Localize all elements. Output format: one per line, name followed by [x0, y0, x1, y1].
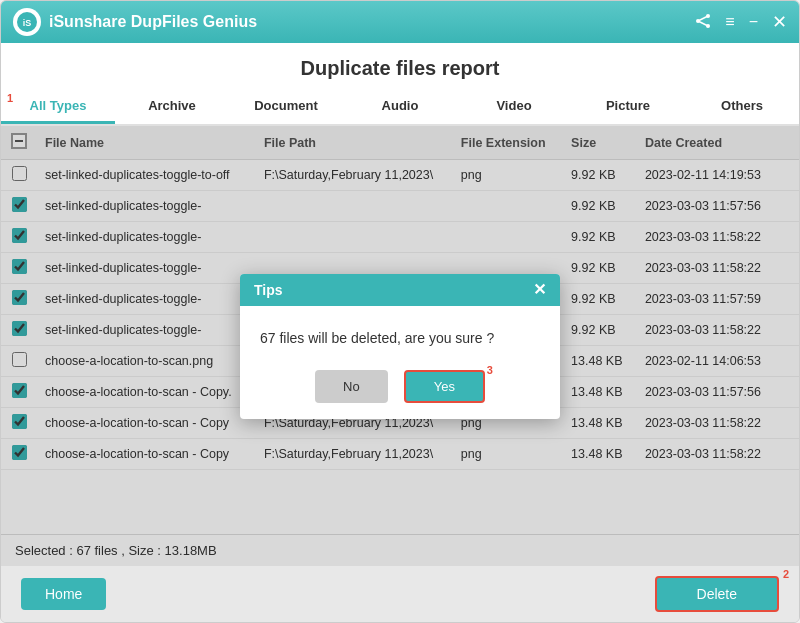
title-bar-controls: ≡ − ✕: [695, 13, 787, 32]
tab-others[interactable]: Others: [685, 90, 799, 124]
svg-line-6: [698, 21, 708, 26]
share-icon[interactable]: [695, 13, 711, 32]
app-title: iSunshare DupFiles Genius: [49, 13, 257, 31]
tab-document[interactable]: Document: [229, 90, 343, 124]
minimize-icon[interactable]: −: [749, 14, 758, 30]
dialog-overlay: Tips ✕ 67 files will be deleted, are you…: [1, 126, 799, 566]
dialog-header: Tips ✕: [240, 274, 560, 306]
delete-button[interactable]: Delete: [655, 576, 779, 612]
dialog-footer: No Yes 3: [240, 362, 560, 419]
dialog-no-button[interactable]: No: [315, 370, 388, 403]
tab-row: 1 All Types Archive Document Audio Video…: [1, 90, 799, 126]
tab-video[interactable]: Video: [457, 90, 571, 124]
tab-audio[interactable]: Audio: [343, 90, 457, 124]
home-button[interactable]: Home: [21, 578, 106, 610]
app-logo: iS: [13, 8, 41, 36]
title-bar-left: iS iSunshare DupFiles Genius: [13, 8, 257, 36]
tips-dialog: Tips ✕ 67 files will be deleted, are you…: [240, 274, 560, 419]
dialog-yes-button[interactable]: Yes 3: [404, 370, 485, 403]
title-bar: iS iSunshare DupFiles Genius ≡ − ✕: [1, 1, 799, 43]
yes-number-label: 3: [487, 364, 493, 376]
close-icon[interactable]: ✕: [772, 13, 787, 31]
tab-number-1: 1: [7, 92, 13, 104]
dialog-close-button[interactable]: ✕: [533, 282, 546, 298]
page-title: Duplicate files report: [1, 43, 799, 90]
svg-line-5: [698, 16, 708, 21]
dialog-message: 67 files will be deleted, are you sure ?: [260, 330, 494, 346]
bottom-bar: Home 2 Delete: [1, 566, 799, 622]
dialog-body: 67 files will be deleted, are you sure ?: [240, 306, 560, 362]
tab-all-types[interactable]: 1 All Types: [1, 90, 115, 124]
menu-icon[interactable]: ≡: [725, 14, 734, 30]
svg-text:iS: iS: [23, 18, 32, 28]
dialog-title: Tips: [254, 282, 283, 298]
tab-archive[interactable]: Archive: [115, 90, 229, 124]
delete-number-label: 2: [783, 568, 789, 580]
tab-picture[interactable]: Picture: [571, 90, 685, 124]
app-window: iS iSunshare DupFiles Genius ≡ − ✕ Dupli…: [0, 0, 800, 623]
main-content: File Name File Path File Extension Size …: [1, 126, 799, 566]
